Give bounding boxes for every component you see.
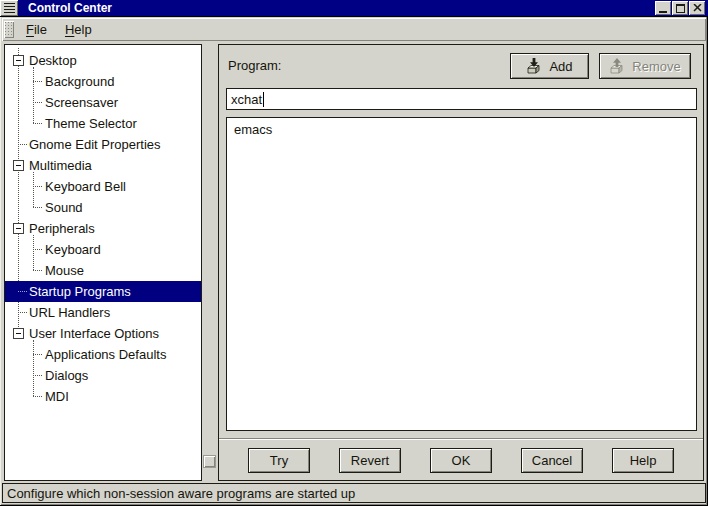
tree-item-label: MDI	[45, 389, 69, 404]
tree-item-applications-defaults[interactable]: Applications Defaults	[5, 344, 201, 365]
tree-connector-stub	[33, 375, 42, 376]
startup-programs-panel: Program: Add Remove xchat emacs	[218, 44, 704, 481]
menubar-items: FileHelp	[17, 19, 101, 40]
maximize-button[interactable]	[672, 1, 688, 15]
statusbar-text: Configure which non-session aware progra…	[7, 486, 355, 501]
close-button[interactable]	[689, 1, 705, 15]
program-label: Program:	[228, 58, 281, 73]
menubar: FileHelp	[2, 18, 706, 41]
tree-item-label: Background	[45, 74, 114, 89]
tree-item-label: Screensaver	[45, 95, 118, 110]
menubar-grip-handle[interactable]	[4, 21, 14, 38]
action-area-separator	[219, 438, 703, 440]
tree-item-dialogs[interactable]: Dialogs	[5, 365, 201, 386]
window-title: Control Center	[28, 1, 655, 15]
tree-item-label: Startup Programs	[29, 284, 131, 299]
program-entry[interactable]: xchat	[226, 88, 697, 110]
tree-item-label: Sound	[45, 200, 83, 215]
tree-item-label: URL Handlers	[29, 305, 110, 320]
tree-item-label: User Interface Options	[29, 326, 159, 341]
minus-glyph	[16, 60, 21, 61]
add-button-label: Add	[549, 59, 572, 74]
collapse-expander-icon[interactable]	[13, 223, 24, 234]
program-entry-value: xchat	[231, 92, 262, 107]
tree-item-label: Desktop	[29, 53, 77, 68]
minus-glyph	[16, 228, 21, 229]
tree-item-user-interface-options[interactable]: User Interface Options	[5, 323, 201, 344]
tree-item-peripherals[interactable]: Peripherals	[5, 218, 201, 239]
tree-connector-stub	[33, 270, 42, 271]
tree-item-label: Applications Defaults	[45, 347, 166, 362]
tree-connector-stub	[18, 312, 27, 313]
tree-item-gnome-edit-properties[interactable]: Gnome Edit Properties	[5, 134, 201, 155]
tree-item-label: Theme Selector	[45, 116, 137, 131]
tree-connector-stub	[33, 207, 42, 208]
ok-button[interactable]: OK	[430, 448, 492, 473]
pane-divider-handle[interactable]	[203, 455, 216, 468]
tree-item-label: Peripherals	[29, 221, 95, 236]
tree-connector-stub	[33, 396, 42, 397]
tree-connector-stub	[33, 102, 42, 103]
tree-item-desktop[interactable]: Desktop	[5, 50, 201, 71]
tree-item-screensaver[interactable]: Screensaver	[5, 92, 201, 113]
minus-glyph	[16, 333, 21, 334]
tree-item-label: Mouse	[45, 263, 84, 278]
tree-item-sound[interactable]: Sound	[5, 197, 201, 218]
try-button[interactable]: Try	[248, 448, 310, 473]
action-buttons: TryRevertOKCancelHelp	[219, 448, 703, 473]
window-menu-icon	[4, 3, 15, 13]
remove-button-label: Remove	[632, 59, 680, 74]
tree-connector-stub	[33, 123, 42, 124]
tree-connector-stub	[18, 144, 27, 145]
tree-connector-stub	[33, 186, 42, 187]
category-tree[interactable]: DesktopBackgroundScreensaverTheme Select…	[4, 44, 202, 481]
tree-item-label: Gnome Edit Properties	[29, 137, 161, 152]
close-icon	[693, 4, 702, 12]
minimize-button[interactable]	[655, 1, 671, 15]
tree-item-mouse[interactable]: Mouse	[5, 260, 201, 281]
add-button[interactable]: Add	[510, 53, 589, 79]
tree-item-startup-programs[interactable]: Startup Programs	[5, 281, 201, 302]
menu-file[interactable]: File	[17, 19, 56, 40]
tree-item-label: Multimedia	[29, 158, 92, 173]
minimize-icon	[659, 11, 667, 13]
statusbar: Configure which non-session aware progra…	[2, 483, 706, 503]
category-tree-inner: DesktopBackgroundScreensaverTheme Select…	[5, 45, 201, 480]
window-menu-button[interactable]	[0, 0, 18, 16]
tree-item-background[interactable]: Background	[5, 71, 201, 92]
collapse-expander-icon[interactable]	[13, 55, 24, 66]
maximize-icon	[676, 4, 685, 13]
text-caret	[263, 92, 264, 107]
tree-item-keyboard-bell[interactable]: Keyboard Bell	[5, 176, 201, 197]
tree-item-label: Keyboard Bell	[45, 179, 126, 194]
tree-connector-stub	[33, 81, 42, 82]
remove-button[interactable]: Remove	[599, 53, 691, 79]
box-up-arrow-icon	[609, 58, 625, 74]
titlebar: Control Center	[0, 0, 708, 17]
control-center-window: Control Center FileHelp DesktopBackgroun…	[0, 0, 708, 506]
tree-connector-stub	[33, 249, 42, 250]
collapse-expander-icon[interactable]	[13, 328, 24, 339]
tree-connector-stub	[18, 291, 27, 292]
program-list-item[interactable]: emacs	[227, 120, 696, 139]
tree-item-keyboard[interactable]: Keyboard	[5, 239, 201, 260]
box-down-arrow-icon	[526, 58, 542, 74]
tree-item-theme-selector[interactable]: Theme Selector	[5, 113, 201, 134]
tree-item-mdi[interactable]: MDI	[5, 386, 201, 407]
minus-glyph	[16, 165, 21, 166]
cancel-button[interactable]: Cancel	[521, 448, 583, 473]
help-button[interactable]: Help	[612, 448, 674, 473]
menu-help[interactable]: Help	[56, 19, 101, 40]
tree-item-multimedia[interactable]: Multimedia	[5, 155, 201, 176]
revert-button[interactable]: Revert	[339, 448, 401, 473]
collapse-expander-icon[interactable]	[13, 160, 24, 171]
tree-connector-stub	[33, 354, 42, 355]
tree-item-label: Keyboard	[45, 242, 101, 257]
tree-item-label: Dialogs	[45, 368, 88, 383]
tree-item-url-handlers[interactable]: URL Handlers	[5, 302, 201, 323]
program-list[interactable]: emacs	[226, 117, 697, 431]
